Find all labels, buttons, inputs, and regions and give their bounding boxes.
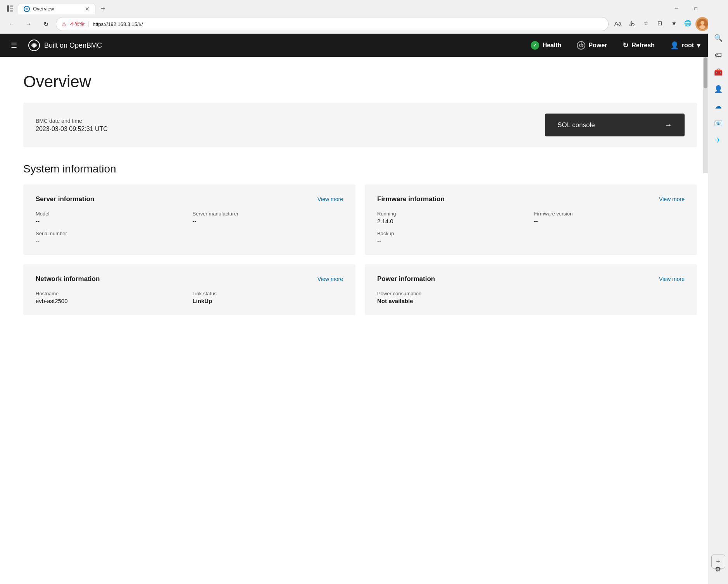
browser-sidebar: 🔍 🏷 🧰 👤 ☁ 📧 ✈ + ⚙ [708, 0, 728, 584]
sidebar-search-icon[interactable]: 🔍 [711, 31, 725, 45]
system-cards-row1: Server information View more Model -- Se… [23, 184, 697, 255]
browser-essentials-icon[interactable]: 🌐 [681, 17, 694, 29]
url-text: https://192.168.3.15/#/ [93, 21, 603, 27]
firmware-version-label: Firmware version [534, 211, 685, 217]
network-info-fields: Hostname evb-ast2500 Link status LinkUp [36, 291, 343, 304]
refresh-label: Refresh [631, 42, 655, 49]
security-warning-text: 不安全 [70, 21, 85, 28]
firmware-info-title: Firmware information [377, 195, 445, 203]
tab-favicon [24, 6, 30, 12]
network-linkstatus-label: Link status [193, 291, 343, 296]
bmc-datetime-label: BMC date and time [36, 118, 545, 124]
power-consumption-label: Power consumption [377, 291, 528, 296]
health-status-icon [531, 41, 539, 50]
browser-frame: Overview ✕ + ─ □ ✕ ← → ↻ ⚠ 不安全 | https:/… [0, 0, 728, 34]
server-info-card: Server information View more Model -- Se… [23, 184, 355, 255]
nav-menu-button[interactable]: ☰ [8, 38, 20, 53]
tab-title: Overview [33, 6, 82, 12]
browser-titlebar: Overview ✕ + ─ □ ✕ [0, 0, 728, 15]
address-bar[interactable]: ⚠ 不安全 | https://192.168.3.15/#/ [56, 17, 609, 31]
svg-rect-1 [10, 5, 13, 7]
favorites-icon[interactable]: ☆ [640, 17, 652, 29]
power-info-header: Power information View more [377, 275, 685, 283]
navbar-logo: Built on Built on OpenBMCOpenBMC [28, 39, 102, 52]
navbar-user-menu[interactable]: 👤 root ▾ [670, 41, 700, 50]
network-linkstatus-value: LinkUp [193, 298, 343, 304]
network-hostname-field: Hostname evb-ast2500 [36, 291, 186, 304]
power-label: Power [588, 42, 607, 49]
sidebar-send-icon[interactable]: ✈ [711, 133, 725, 147]
power-info-fields: Power consumption Not available [377, 291, 685, 304]
sidebar-gear-icon[interactable]: ⚙ [711, 562, 725, 576]
sol-console-button[interactable]: SOL console → [545, 114, 685, 136]
network-info-view-more-link[interactable]: View more [317, 276, 343, 282]
firmware-info-card: Firmware information View more Running 2… [365, 184, 697, 255]
server-manufacturer-value: -- [193, 218, 343, 224]
firmware-info-view-more-link[interactable]: View more [659, 196, 685, 202]
firmware-version-value: -- [534, 218, 685, 224]
sidebar-toggle-icon[interactable] [4, 2, 16, 15]
svg-rect-3 [10, 10, 13, 12]
translate-icon[interactable]: あ [626, 17, 638, 29]
system-info-title: System information [23, 163, 697, 175]
firmware-info-header: Firmware information View more [377, 195, 685, 203]
bmc-datetime-value: 2023-03-03 09:52:31 UTC [36, 126, 545, 133]
firmware-backup-label: Backup [377, 231, 528, 236]
power-consumption-field: Power consumption Not available [377, 291, 528, 304]
scrollbar-thumb[interactable] [704, 57, 707, 88]
navbar-brand-text: Built on Built on OpenBMCOpenBMC [44, 41, 102, 50]
collections-icon[interactable]: ★ [668, 17, 680, 29]
power-info-view-more-link[interactable]: View more [659, 276, 685, 282]
sol-console-arrow-icon: → [664, 121, 672, 129]
bmc-datetime-section: BMC date and time 2023-03-03 09:52:31 UT… [36, 118, 545, 133]
minimize-button[interactable]: ─ [668, 2, 685, 15]
firmware-backup-value: -- [377, 238, 528, 244]
split-screen-icon[interactable]: ⊡ [654, 17, 666, 29]
network-info-header: Network information View more [36, 275, 343, 283]
firmware-version-field: Firmware version -- [534, 211, 685, 224]
navbar-refresh-button[interactable]: ↻ Refresh [623, 41, 655, 50]
tab-close-button[interactable]: ✕ [85, 6, 90, 12]
svg-point-9 [33, 44, 36, 47]
firmware-info-fields: Running 2.14.0 Firmware version -- Backu… [377, 211, 685, 244]
system-cards-row2: Network information View more Hostname e… [23, 264, 697, 315]
network-hostname-value: evb-ast2500 [36, 298, 186, 304]
user-icon: 👤 [670, 41, 679, 50]
server-serial-field: Serial number -- [36, 231, 186, 244]
refresh-icon: ↻ [623, 41, 628, 50]
scrollbar-track[interactable] [703, 57, 708, 173]
firmware-running-field: Running 2.14.0 [377, 211, 528, 224]
sidebar-user-icon[interactable]: 👤 [711, 82, 725, 96]
sidebar-tag-icon[interactable]: 🏷 [711, 48, 725, 62]
profile-avatar[interactable] [695, 17, 709, 31]
browser-toolbar-icons: Aa あ ☆ ⊡ ★ 🌐 ⋯ [612, 17, 723, 31]
server-info-title: Server information [36, 195, 94, 203]
server-model-field: Model -- [36, 211, 186, 224]
sidebar-tools-icon[interactable]: 🧰 [711, 65, 725, 79]
sidebar-cloud-icon[interactable]: ☁ [711, 99, 725, 113]
navbar-health[interactable]: Health [531, 41, 561, 50]
svg-rect-2 [10, 8, 13, 9]
network-hostname-label: Hostname [36, 291, 186, 296]
sidebar-mail-icon[interactable]: 📧 [711, 116, 725, 130]
user-label: root [682, 42, 694, 49]
bmc-datetime-card: BMC date and time 2023-03-03 09:52:31 UT… [23, 103, 697, 147]
page-title: Overview [23, 72, 697, 91]
back-button[interactable]: ← [5, 17, 19, 31]
svg-rect-0 [7, 5, 9, 12]
new-tab-button[interactable]: + [97, 3, 109, 15]
server-model-label: Model [36, 211, 186, 217]
power-info-title: Power information [377, 275, 435, 283]
maximize-button[interactable]: □ [687, 2, 705, 15]
browser-tab[interactable]: Overview ✕ [18, 3, 95, 14]
network-info-card: Network information View more Hostname e… [23, 264, 355, 315]
server-info-view-more-link[interactable]: View more [317, 196, 343, 202]
openbmc-logo-icon [28, 39, 40, 52]
server-info-fields: Model -- Server manufacturer -- Serial n… [36, 211, 343, 244]
app-container: ☰ Built on Built on OpenBMCOpenBMC Healt… [0, 34, 708, 584]
network-linkstatus-field: Link status LinkUp [193, 291, 343, 304]
read-aloud-icon[interactable]: Aa [612, 17, 624, 29]
navbar-power[interactable]: Power [577, 41, 607, 50]
reload-button[interactable]: ↻ [39, 17, 53, 31]
forward-button[interactable]: → [22, 17, 36, 31]
